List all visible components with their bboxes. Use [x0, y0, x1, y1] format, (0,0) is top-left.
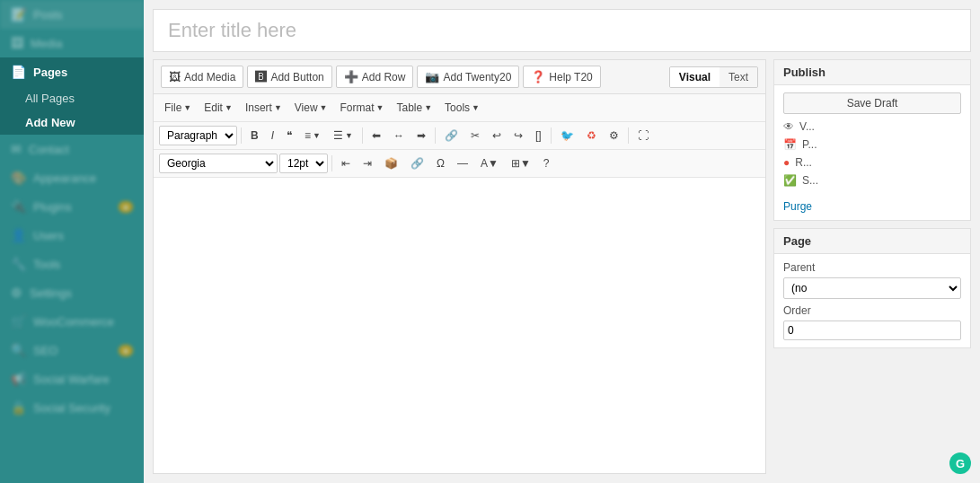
edit-menu[interactable]: Edit ▼ [199, 98, 238, 118]
format-menu[interactable]: Format ▼ [335, 98, 390, 118]
posts-icon: 📝 [11, 7, 26, 22]
view-menu[interactable]: View ▼ [289, 98, 333, 118]
table-menu[interactable]: Table ▼ [391, 98, 437, 118]
unordered-list-button[interactable]: ≡ ▼ [299, 126, 326, 145]
tab-text[interactable]: Text [720, 67, 757, 87]
add-row-button[interactable]: ➕ Add Row [336, 66, 414, 88]
parent-select[interactable]: (no [783, 277, 961, 299]
sidebar-item-social-warfare[interactable]: 📢 Social Warfare [0, 364, 144, 393]
undo-button[interactable]: ↩ [487, 126, 507, 145]
sidebar-item-contact[interactable]: ✉ Contact [0, 135, 144, 163]
separator3 [435, 127, 436, 144]
editor-body[interactable] [154, 178, 765, 473]
sidebar-item-appearance[interactable]: 🎨 Appearance [0, 163, 144, 192]
add-button-icon: 🅱 [255, 70, 267, 83]
sidebar-item-label: Tools [33, 258, 60, 271]
table2-button[interactable]: ⊞▼ [506, 154, 536, 173]
plugins-icon: 🔌 [11, 199, 26, 214]
social-security-icon: 🔒 [11, 400, 26, 415]
sidebar-item-seo[interactable]: 🔍 SEO ● [0, 336, 144, 364]
sidebar-item-tools[interactable]: 🔧 Tools [0, 250, 144, 278]
sidebar-item-posts[interactable]: 📝 Posts [0, 0, 144, 29]
align-right-button[interactable]: ➡ [411, 126, 431, 145]
seo-badge: ● [119, 345, 133, 356]
media-bar: 🖼 Add Media 🅱 Add Button ➕ Add Row 📷 Add… [154, 60, 765, 94]
italic-button[interactable]: I [266, 126, 279, 145]
sidebar-item-settings[interactable]: ⚙ Settings [0, 278, 144, 307]
blockquote-button[interactable]: ❝ [281, 126, 297, 145]
add-media-button[interactable]: 🖼 Add Media [161, 66, 243, 88]
indent-right-button[interactable]: ⇥ [358, 154, 377, 173]
omega-button[interactable]: Ω [431, 154, 450, 173]
sidebar-item-label: Pages [33, 66, 67, 79]
publish-date-row: 📅 P... [783, 136, 961, 154]
sidebar-item-woocommerce[interactable]: 🛒 WooCommerce [0, 307, 144, 336]
separator2 [362, 127, 363, 144]
sidebar-item-media[interactable]: 🖼 Media [0, 29, 144, 57]
hr-button[interactable]: — [452, 154, 473, 173]
sidebar-item-social-security[interactable]: 🔒 Social Security [0, 393, 144, 422]
align-center-button[interactable]: ↔ [388, 126, 410, 145]
toolbar-format-row: Paragraph Heading 1 Heading 2 Heading 3 … [154, 122, 765, 150]
font-size-select[interactable]: 12pt 10pt 14pt 16pt 18pt [279, 154, 328, 173]
sidebar-item-users[interactable]: 👤 Users [0, 221, 144, 250]
page-title-input[interactable] [153, 9, 971, 52]
editor-wrapper: 🖼 Add Media 🅱 Add Button ➕ Add Row 📷 Add… [153, 59, 971, 474]
tab-visual[interactable]: Visual [670, 67, 720, 87]
font-select[interactable]: Georgia Arial Times New Roman [159, 154, 278, 173]
revisions-row: ● R... [783, 154, 961, 171]
add-media-icon: 🖼 [169, 70, 181, 83]
users-icon: 👤 [11, 228, 26, 242]
contact-icon: ✉ [11, 142, 22, 156]
help-button[interactable]: ? [538, 154, 555, 173]
separator [241, 127, 242, 144]
toolbar-font-row: Georgia Arial Times New Roman 12pt 10pt … [154, 150, 765, 178]
sidebar-arrow [137, 65, 144, 79]
bold-button[interactable]: B [245, 126, 264, 145]
woocommerce-icon: 🛒 [11, 314, 26, 329]
sidebar-item-pages[interactable]: 📄 Pages [0, 57, 144, 86]
help-t20-button[interactable]: ❓ Help T20 [523, 66, 600, 88]
add-row-icon: ➕ [344, 70, 358, 83]
order-label: Order [783, 304, 961, 317]
add-button-button[interactable]: 🅱 Add Button [247, 66, 331, 88]
recycle-button[interactable]: ♻ [581, 126, 602, 145]
separator6 [331, 155, 332, 171]
insert-menu[interactable]: Insert ▼ [240, 98, 287, 118]
indent-left-button[interactable]: ⇤ [336, 154, 356, 173]
help-t20-label: Help T20 [549, 71, 592, 83]
file-menu[interactable]: File ▼ [159, 98, 197, 118]
sidebar-item-label: SEO [33, 344, 57, 357]
purge-link[interactable]: Purge [774, 197, 970, 220]
tools-menu[interactable]: Tools ▼ [439, 98, 485, 118]
sidebar-item-plugins[interactable]: 🔌 Plugins ● [0, 192, 144, 221]
page-attributes-panel: Page Parent (no Order [773, 228, 971, 348]
revisions-icon: ● [783, 156, 790, 169]
appearance-icon: 🎨 [11, 171, 26, 185]
sidebar-subitem-add-new[interactable]: Add New [0, 110, 144, 135]
publish-date-label: P... [802, 138, 817, 151]
publish-panel: Publish Save Draft 👁 V... 📅 P... ● R... [773, 59, 971, 221]
gear-button[interactable]: ⚙ [604, 126, 624, 145]
link-button[interactable]: 🔗 [439, 126, 464, 145]
save-draft-button[interactable]: Save Draft [783, 92, 961, 114]
redo-button[interactable]: ↪ [508, 126, 528, 145]
link2-button[interactable]: 🔗 [405, 154, 429, 173]
add-twenty20-button[interactable]: 📷 Add Twenty20 [417, 66, 519, 88]
code-button[interactable]: [] [530, 126, 547, 145]
order-input[interactable] [783, 321, 961, 340]
align-left-button[interactable]: ⬅ [366, 126, 386, 145]
visibility-icon: 👁 [783, 120, 794, 133]
ordered-list-button[interactable]: ☰ ▼ [328, 126, 358, 145]
scissors-button[interactable]: ✂ [465, 126, 485, 145]
sidebar-subitem-all-pages[interactable]: All Pages [0, 86, 144, 110]
separator4 [551, 127, 552, 144]
grammarly-icon[interactable]: G [949, 452, 971, 474]
twitter-button[interactable]: 🐦 [555, 126, 579, 145]
paragraph-select[interactable]: Paragraph Heading 1 Heading 2 Heading 3 [159, 126, 237, 145]
sidebar-item-label: Contact [29, 143, 69, 156]
media-embed-button[interactable]: 📦 [379, 154, 403, 173]
font-color-button[interactable]: A▼ [475, 154, 504, 173]
sidebar-item-label: Media [31, 37, 62, 50]
fullscreen-button[interactable]: ⛶ [632, 126, 654, 145]
